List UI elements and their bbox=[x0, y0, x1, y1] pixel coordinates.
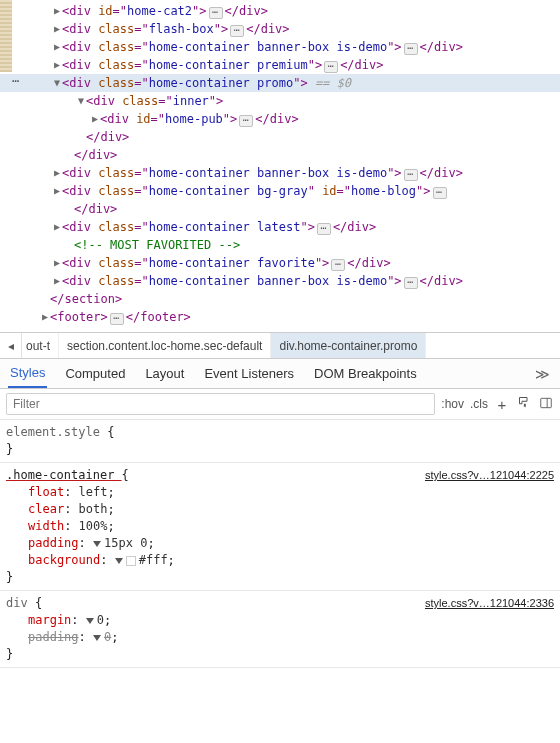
dom-tree-row[interactable]: ▶<div class="home-container banner-box i… bbox=[0, 38, 560, 56]
dom-tree-row[interactable]: ▶<div class="home-container latest">⋯</d… bbox=[0, 218, 560, 236]
chevron-right-icon[interactable]: ▶ bbox=[52, 254, 62, 272]
toggle-classes[interactable]: .cls bbox=[470, 397, 488, 411]
chevron-right-icon[interactable]: ▶ bbox=[52, 182, 62, 200]
toggle-sidebar-icon[interactable] bbox=[538, 396, 554, 413]
dom-node-label: <div class="flash-box">⋯</div> bbox=[62, 20, 290, 38]
breadcrumb-item[interactable]: div.home-container.promo bbox=[271, 333, 426, 358]
dom-node-label: <div class="inner"> bbox=[86, 92, 223, 110]
svg-rect-0 bbox=[541, 398, 552, 407]
styles-pane: element.style {}.home-container {style.c… bbox=[0, 420, 560, 668]
dom-node-label: </div> bbox=[74, 146, 117, 164]
chevron-right-icon[interactable]: ▶ bbox=[40, 308, 50, 326]
styles-tab[interactable]: Computed bbox=[63, 359, 127, 388]
dom-node-label: <div class="home-container premium">⋯</d… bbox=[62, 56, 383, 74]
css-selector[interactable]: element.style bbox=[6, 425, 107, 439]
chevron-right-icon[interactable]: ▶ bbox=[52, 272, 62, 290]
color-swatch[interactable] bbox=[126, 556, 136, 566]
dom-tree-row[interactable]: ▶<div class="home-container bg-gray" id=… bbox=[0, 182, 560, 200]
dom-node-label: <div id="home-cat2">⋯</div> bbox=[62, 2, 268, 20]
dom-tree-row[interactable]: ⋯▼<div class="home-container promo"> == … bbox=[0, 74, 560, 92]
dom-tree-row[interactable]: ▶<div class="home-container favorite">⋯<… bbox=[0, 254, 560, 272]
css-declaration[interactable]: padding: 15px 0; bbox=[6, 535, 554, 552]
css-rule-block: .home-container {style.css?v…121044:2225… bbox=[0, 463, 560, 591]
chevron-right-icon[interactable]: ▶ bbox=[52, 164, 62, 182]
styles-tab[interactable]: Styles bbox=[8, 359, 47, 388]
css-declaration[interactable]: float: left; bbox=[6, 484, 554, 501]
ellipsis-icon[interactable]: ⋯ bbox=[8, 77, 24, 89]
dom-node-label: <div class="home-container latest">⋯</di… bbox=[62, 218, 376, 236]
dom-tree-row[interactable]: ▶</div> bbox=[0, 146, 560, 164]
tabs-overflow-button[interactable]: ≫ bbox=[535, 366, 552, 382]
dom-tree-row[interactable]: ▶<div class="home-container banner-box i… bbox=[0, 272, 560, 290]
expand-children-button[interactable]: ⋯ bbox=[110, 313, 124, 325]
new-style-rule-button[interactable]: + bbox=[494, 396, 510, 413]
expand-children-button[interactable]: ⋯ bbox=[433, 187, 447, 199]
dom-tree-row[interactable]: ▼<div class="inner"> bbox=[0, 92, 560, 110]
expand-children-button[interactable]: ⋯ bbox=[404, 277, 418, 289]
breadcrumb-item[interactable]: out-t bbox=[22, 333, 59, 358]
paint-brush-icon[interactable] bbox=[516, 395, 532, 413]
dom-tree-row[interactable]: ▶<div class="flash-box">⋯</div> bbox=[0, 20, 560, 38]
dom-tree-row[interactable]: ▶<div id="home-pub">⋯</div> bbox=[0, 110, 560, 128]
dom-node-label: </div> bbox=[74, 200, 117, 218]
chevron-right-icon[interactable]: ▶ bbox=[52, 218, 62, 236]
chevron-right-icon[interactable]: ▶ bbox=[52, 2, 62, 20]
toggle-hover-states[interactable]: :hov bbox=[441, 397, 464, 411]
dom-tree-row[interactable]: ▶<div class="home-container premium">⋯</… bbox=[0, 56, 560, 74]
dom-node-label: <div class="home-container favorite">⋯</… bbox=[62, 254, 391, 272]
stylesheet-source-link[interactable]: style.css?v…121044:2225 bbox=[425, 467, 554, 484]
expand-shorthand-icon[interactable] bbox=[93, 635, 101, 641]
expand-children-button[interactable]: ⋯ bbox=[324, 61, 338, 73]
css-declaration[interactable]: width: 100%; bbox=[6, 518, 554, 535]
dom-tree-row[interactable]: ▶<div id="home-cat2">⋯</div> bbox=[0, 2, 560, 20]
css-declaration[interactable]: background: #fff; bbox=[6, 552, 554, 569]
expand-children-button[interactable]: ⋯ bbox=[239, 115, 253, 127]
breadcrumb-scroll-left[interactable]: ◂ bbox=[0, 333, 22, 358]
css-declaration[interactable]: clear: both; bbox=[6, 501, 554, 518]
css-rule-block: element.style {} bbox=[0, 420, 560, 463]
styles-tab[interactable]: Event Listeners bbox=[202, 359, 296, 388]
chevron-right-icon[interactable]: ▶ bbox=[90, 110, 100, 128]
chevron-right-icon[interactable]: ▶ bbox=[52, 20, 62, 38]
dom-node-label: <!-- MOST FAVORITED --> bbox=[74, 236, 240, 254]
styles-filter-input[interactable] bbox=[6, 393, 435, 415]
dom-tree-row[interactable]: ▶<div class="home-container banner-box i… bbox=[0, 164, 560, 182]
expand-shorthand-icon[interactable] bbox=[115, 558, 123, 564]
css-declaration[interactable]: margin: 0; bbox=[6, 612, 554, 629]
expand-children-button[interactable]: ⋯ bbox=[404, 43, 418, 55]
stylesheet-source-link[interactable]: style.css?v…121044:2336 bbox=[425, 595, 554, 612]
chevron-left-icon: ◂ bbox=[8, 339, 14, 353]
dom-tree-row[interactable]: ▶<!-- MOST FAVORITED --> bbox=[0, 236, 560, 254]
expand-children-button[interactable]: ⋯ bbox=[209, 7, 223, 19]
overflow-icon: ≫ bbox=[535, 366, 552, 382]
expand-shorthand-icon[interactable] bbox=[86, 618, 94, 624]
expand-children-button[interactable]: ⋯ bbox=[317, 223, 331, 235]
chevron-down-icon[interactable]: ▼ bbox=[76, 92, 86, 110]
expand-children-button[interactable]: ⋯ bbox=[404, 169, 418, 181]
dom-tree-row[interactable]: ▶</div> bbox=[0, 128, 560, 146]
dom-node-label: </section> bbox=[50, 290, 122, 308]
css-declaration[interactable]: padding: 0; bbox=[6, 629, 554, 646]
breadcrumb-item[interactable]: section.content.loc-home.sec-default bbox=[59, 333, 271, 358]
dom-tree-row[interactable]: ▶</section> bbox=[0, 290, 560, 308]
expand-children-button[interactable]: ⋯ bbox=[230, 25, 244, 37]
breadcrumb: ◂ out-tsection.content.loc-home.sec-defa… bbox=[0, 332, 560, 359]
styles-toolbar: :hov .cls + bbox=[0, 389, 560, 420]
styles-tabs-bar: StylesComputedLayoutEvent ListenersDOM B… bbox=[0, 359, 560, 389]
dom-node-label: <footer>⋯</footer> bbox=[50, 308, 191, 326]
css-selector[interactable]: .home-container bbox=[6, 468, 122, 482]
dom-tree-row[interactable]: ▶<footer>⋯</footer> bbox=[0, 308, 560, 326]
dom-node-label: <div class="home-container promo"> == $0 bbox=[62, 74, 351, 92]
chevron-down-icon[interactable]: ▼ bbox=[52, 74, 62, 92]
chevron-right-icon[interactable]: ▶ bbox=[52, 38, 62, 56]
css-selector[interactable]: div bbox=[6, 596, 35, 610]
dom-node-label: <div class="home-container banner-box is… bbox=[62, 38, 463, 56]
dom-node-label: <div class="home-container banner-box is… bbox=[62, 272, 463, 290]
expand-shorthand-icon[interactable] bbox=[93, 541, 101, 547]
chevron-right-icon[interactable]: ▶ bbox=[52, 56, 62, 74]
dom-node-label: <div class="home-container banner-box is… bbox=[62, 164, 463, 182]
expand-children-button[interactable]: ⋯ bbox=[331, 259, 345, 271]
styles-tab[interactable]: DOM Breakpoints bbox=[312, 359, 419, 388]
styles-tab[interactable]: Layout bbox=[143, 359, 186, 388]
dom-tree-row[interactable]: ▶</div> bbox=[0, 200, 560, 218]
